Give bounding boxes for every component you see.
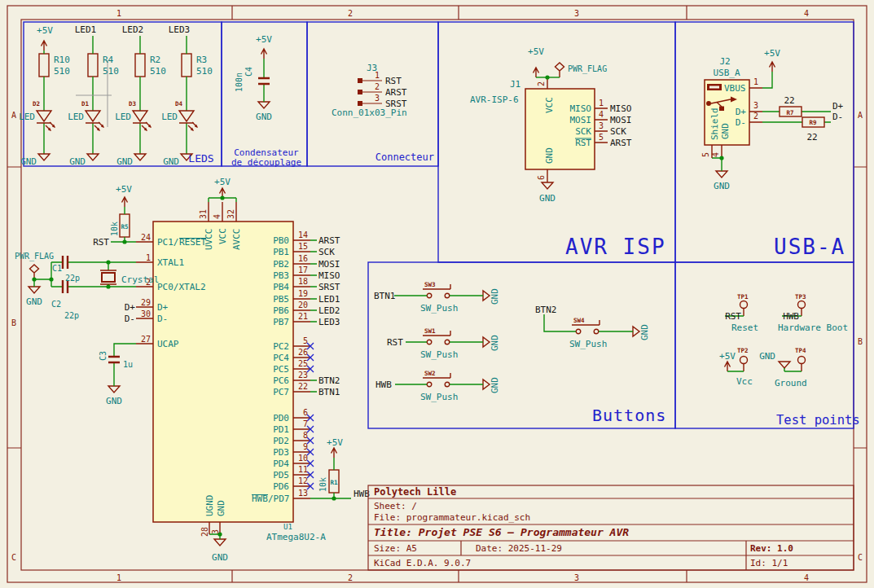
pin-name-rst-overline: RST [575,138,591,148]
resistor-ref: R5 [121,223,128,230]
diode-value: LED [161,112,178,122]
pin-name: MISO [570,103,592,114]
pin-name: D+ [736,107,747,117]
net-label: SRST [318,282,340,292]
block-caption: de découplage [231,157,301,168]
decoupling-block[interactable]: +5V C4 100n GND Condensateur de découpla… [231,34,301,168]
connector-ref: J1 [510,79,520,90]
switch-value: SW_Push [420,392,458,402]
connector-value: Conn_01x03_Pin [332,108,407,118]
net-label: RST [385,76,402,86]
pin-number: 4 [711,152,720,157]
kicad-schematic-canvas[interactable]: 1 2 3 4 1 2 3 4 A B C A B C +5V LED1 LED… [0,0,874,588]
diode-value: LED [68,112,84,122]
pin-name: PB2 [273,259,289,270]
mcu-ref: U1 [283,523,292,531]
pin-number: 3 [753,101,758,110]
pin-number: 4 [599,110,604,119]
pin-number: 5 [303,336,308,345]
pin-name: PC6 [273,375,289,386]
resistor-ref: R9 [809,119,817,126]
pin-number: 11 [298,465,308,474]
pin-name: VCC [544,97,555,113]
gnd-label: GND [106,396,122,406]
usb-block[interactable]: J2 USB_A +5V VBUS 1 3 2 D+ D- 22 R7 R9 2… [701,48,845,259]
pin-name: PC4 [273,353,289,363]
pin-number: 2 [537,81,546,86]
frame-col-label: 4 [804,573,809,582]
pin-number: 5 [599,133,604,142]
gnd-label: GND [490,335,500,351]
pin-name: PB5 [273,294,289,305]
block-caption: Connecteur [376,151,434,163]
mcu-section[interactable]: +5V R5 10k RST PWR_FLAG GND C1 22p C2 22… [15,177,370,563]
gnd-label: GND [490,377,500,393]
pin-number: 3 [211,529,220,534]
testpoint-value: Ground [775,378,807,388]
pin-name: PC0/XTAL2 [157,282,206,292]
schematic-drawing[interactable]: 1 2 3 4 1 2 3 4 A B C A B C +5V LED1 LED… [0,0,874,588]
connector-value: AVR-ISP-6 [470,94,519,105]
resistor-value: 10k [110,222,119,236]
gnd-label: GND [490,288,500,305]
pin-number: 6 [303,408,308,417]
pin-number: 7 [303,419,308,428]
gnd-label: GND [20,156,37,167]
resistor-ref: R1 [330,479,338,486]
pin-name: PD6 [273,481,289,492]
pin-name: GND [216,500,226,516]
pin-number: 26 [298,348,308,357]
pin-name: GND [544,147,555,164]
gnd-label: GND [69,156,86,167]
pwr-flag-label: PWR_FLAG [568,64,607,74]
pin-name: VBUS [724,83,746,94]
crystal-body [102,273,115,282]
frame-col-label: 3 [574,573,579,582]
resistor-ref: R7 [786,109,793,116]
pin-name: D+ [157,302,169,313]
diode-value: LED [115,112,131,122]
resistor-value: 22 [784,95,794,106]
switch-ref: SW4 [573,317,585,324]
pin-number: 31 [199,209,208,219]
title-field: Title: Projet PSE S6 – Programmateur AVR [374,526,629,538]
test-points-block[interactable]: TP1 RST Reset TP3 HWB Hardware Boot TP2 … [719,293,860,428]
avr-isp-block[interactable]: +5V PWR_FLAG J1 AVR-ISP-6 2 VCC GND 1 MI… [470,46,666,259]
diode-ref: D3 [129,100,137,108]
gnd-label: GND [714,181,730,191]
connector-value: USB_A [713,68,740,78]
rev-field: Rev: 1.0 [750,543,793,554]
file-field: File: programmateur.kicad_sch [374,512,530,523]
crystal-value: Crystal [121,274,159,285]
id-field: Id: 1/1 [750,558,788,568]
net-label: SCK [318,247,335,257]
power-net-label: +5V [719,351,736,362]
pin-number: 1 [146,253,151,262]
block-caption: LEDS [188,152,213,165]
testpoint-ref: TP4 [795,347,806,354]
frame-row-label: A [858,111,863,120]
pin-number: 17 [298,265,308,274]
block-caption: USB-A [774,235,845,259]
connector-block[interactable]: J3 1 2 3 RST ARST SRST Conn_01x03_Pin Co… [332,63,434,163]
cap-value: 1u [123,360,133,369]
pin-number: 22 [298,382,308,391]
net-label: BTN1 [318,387,340,397]
frame-col-label: 4 [804,9,809,18]
pin-name: PC5 [273,364,289,375]
buttons-block[interactable]: BTN1 SW3 SW_Push GND RST SW1 SW_Push GND… [374,281,666,425]
leds-block[interactable]: +5V LED1 LED2 LED3 R10 510 R4 510 R2 510… [19,24,214,167]
pin-number: 4 [213,214,222,219]
resistor-value: 510 [54,66,70,77]
net-label: SCK [610,126,626,137]
net-label: D- [125,314,135,324]
pin-name: PC1/ [157,237,179,248]
no-connect-marks [307,343,314,489]
pin-name: PB1 [273,247,289,257]
testpoint-ref: TP3 [795,293,806,301]
pin-name: PD2 [273,436,289,446]
testpoint-ref: TP2 [737,347,749,354]
pin-number: 29 [141,298,151,307]
gnd-label: GND [256,112,272,122]
net-label: ARST [318,235,340,246]
